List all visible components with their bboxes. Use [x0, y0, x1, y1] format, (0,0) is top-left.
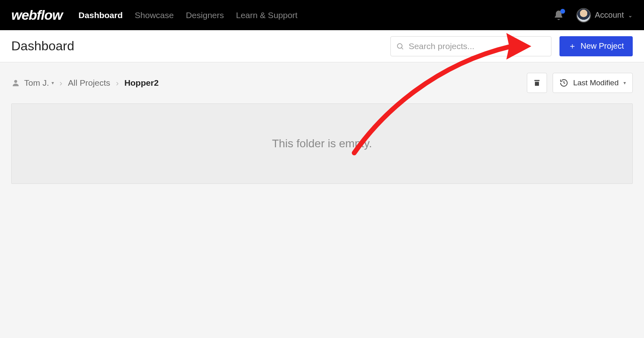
account-menu[interactable]: Account ⌄ [576, 8, 633, 23]
new-project-label: New Project [580, 41, 624, 51]
nav-link-learn-support[interactable]: Learn & Support [236, 10, 297, 20]
svg-line-1 [402, 47, 403, 49]
avatar [576, 8, 591, 23]
breadcrumb-user-label: Tom J. [24, 78, 49, 88]
page-title: Dashboard [11, 39, 382, 54]
svg-point-2 [14, 80, 17, 83]
search-icon [396, 42, 404, 50]
nav-link-showcase[interactable]: Showcase [135, 10, 174, 20]
search-input[interactable] [390, 36, 551, 56]
chevron-right-icon: › [60, 78, 62, 88]
new-project-button[interactable]: ＋ New Project [559, 36, 633, 56]
nav-links: Dashboard Showcase Designers Learn & Sup… [78, 10, 553, 20]
caret-down-icon: ▾ [623, 80, 626, 86]
breadcrumb-current: Hopper2 [124, 78, 159, 88]
empty-state-message: This folder is empty. [272, 137, 372, 150]
plus-icon: ＋ [568, 41, 576, 52]
notifications-button[interactable] [553, 10, 564, 21]
sub-header: Dashboard ＋ New Project [0, 30, 644, 62]
sort-button[interactable]: Last Modified ▾ [553, 73, 633, 93]
chevron-down-icon: ⌄ [628, 12, 633, 19]
user-icon [11, 78, 20, 87]
delete-button[interactable] [527, 73, 547, 93]
svg-rect-4 [535, 82, 539, 86]
history-icon [559, 78, 568, 87]
caret-down-icon: ▾ [52, 80, 54, 86]
notification-dot-icon [560, 9, 565, 14]
nav-link-designers[interactable]: Designers [186, 10, 224, 20]
search-wrap [390, 36, 551, 56]
trash-icon [533, 78, 541, 87]
svg-point-0 [398, 43, 402, 48]
top-nav-right: Account ⌄ [553, 8, 633, 23]
folder-content: This folder is empty. [11, 103, 633, 184]
toolbar: Tom J. ▾ › All Projects › Hopper2 Last M… [0, 62, 644, 103]
breadcrumb: Tom J. ▾ › All Projects › Hopper2 [11, 78, 159, 88]
toolbar-right: Last Modified ▾ [527, 73, 633, 93]
account-label: Account [595, 10, 624, 20]
brand-logo[interactable]: webflow [11, 7, 62, 23]
breadcrumb-all-projects[interactable]: All Projects [68, 78, 110, 88]
sort-label: Last Modified [573, 78, 619, 87]
chevron-right-icon: › [116, 78, 119, 88]
breadcrumb-user-menu[interactable]: Tom J. ▾ [11, 78, 54, 88]
nav-link-dashboard[interactable]: Dashboard [78, 10, 123, 20]
svg-rect-3 [535, 80, 540, 81]
top-nav: webflow Dashboard Showcase Designers Lea… [0, 0, 644, 30]
